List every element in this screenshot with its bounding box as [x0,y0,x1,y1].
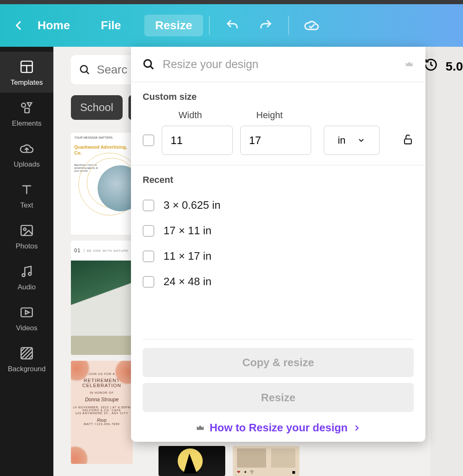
sidebar-item-audio[interactable]: Audio [0,256,53,297]
sidebar-item-label: Background [8,365,46,373]
svg-rect-5 [25,109,30,113]
uploads-icon [19,141,34,156]
resize-panel: Custom size Width Height in Recent 3 × 0… [131,47,425,442]
recent-item[interactable]: 17 × 11 in [143,224,414,237]
recent-item-label: 17 × 11 in [164,224,211,237]
template-thumb-3[interactable]: JOIN US FOR A RETIREMENT CELEBRATION IN … [71,361,133,464]
resize-button[interactable]: Resize [143,383,414,412]
search-placeholder-text: Searc [97,63,127,76]
svg-rect-9 [21,225,33,235]
topbar-divider [209,16,210,35]
copy-and-resize-button[interactable]: Copy & resize [143,348,414,377]
thumb3-where2: 123 ANYWHERE ST., ANY CITY [71,412,133,415]
videos-icon [19,305,34,320]
zoom-value: 5.0 [445,59,463,73]
template-thumb-collage[interactable]: ❤ ✦ ▽ ◼ [233,446,299,476]
thumb3-when: 14 NOVEMBER, 2022 | AT 8:00PM [71,406,133,409]
template-thumb-1[interactable]: YOUR MESSAGE MATTERS. Quarkwood Advertis… [71,133,133,235]
recent-item[interactable]: 11 × 17 in [143,250,414,263]
nav-file[interactable]: File [93,15,129,35]
recent-item[interactable]: 24 × 48 in [143,275,414,288]
svg-point-12 [28,273,31,276]
unit-select[interactable]: in [324,126,380,155]
background-icon [19,346,34,361]
search-icon [142,58,155,71]
sidebar-item-text[interactable]: Text [0,175,53,215]
cloud-sync-icon[interactable] [301,15,322,36]
text-icon [19,182,34,197]
thumb3-where1: SALFORD & CO. CAFE [71,409,133,412]
svg-point-11 [22,274,25,277]
sidebar-item-videos[interactable]: Videos [0,297,53,338]
recent-heading: Recent [143,175,414,185]
aspect-lock-toggle[interactable] [402,134,414,147]
recent-item[interactable]: 3 × 0.625 in [143,199,414,212]
svg-point-23 [144,60,151,67]
svg-point-10 [24,228,26,230]
sidebar-item-photos[interactable]: Photos [0,215,53,256]
sidebar-item-background[interactable]: Background [0,338,53,379]
resize-search-row [131,47,425,82]
category-chips: School [71,95,135,120]
photos-icon [19,223,34,238]
nav-home[interactable]: Home [29,15,78,35]
recent-item-checkbox[interactable] [143,276,154,288]
custom-size-inputs: in [131,126,425,165]
unit-value: in [338,134,346,146]
svg-point-21 [81,66,87,72]
how-to-resize-link[interactable]: How to Resize your design [143,418,414,434]
sidebar-item-elements[interactable]: Elements [0,93,53,134]
thumb3-honor: IN HONOR OF [71,391,133,394]
sidebar-item-uploads[interactable]: Uploads [0,134,53,175]
custom-size-section: Custom size Width Height [131,82,425,126]
audio-icon [19,264,34,279]
panel-footer: Copy & resize Resize How to Resize your … [131,339,425,442]
chevron-down-icon [357,136,365,144]
nav-resize[interactable]: Resize [144,15,203,36]
template-thumb-wolf[interactable] [159,446,225,476]
template-search-input[interactable]: Searc [71,55,138,84]
width-input[interactable] [162,126,233,155]
recent-item-checkbox[interactable] [143,200,154,211]
topbar-divider-2 [288,16,289,35]
resize-search-input[interactable] [163,58,396,71]
sidebar-item-label: Photos [16,242,38,251]
custom-size-heading: Custom size [143,91,414,102]
height-input[interactable] [240,126,311,155]
template-thumbnails: YOUR MESSAGE MATTERS. Quarkwood Advertis… [71,133,133,464]
thumb2-num: 01 [74,248,81,253]
how-to-resize-label: How to Resize your design [210,421,348,434]
redo-button[interactable] [255,15,277,36]
recent-list: 3 × 0.625 in 17 × 11 in 11 × 17 in 24 × … [131,199,425,288]
thumb2-image [71,261,133,336]
sidebar-item-label: Text [20,201,33,210]
nav-resize-label: Resize [155,19,192,32]
history-icon[interactable] [424,58,438,73]
back-chevron-icon[interactable] [13,19,25,32]
template-thumb-2[interactable]: 01 BE ONE WITH NATURE [71,241,133,355]
custom-size-checkbox[interactable] [143,134,154,146]
svg-rect-13 [21,308,33,317]
thumb3-phone: MATT +123-456-7890 [71,423,133,425]
unlock-icon [402,134,414,145]
templates-icon [19,59,34,74]
sidebar-item-label: Elements [12,119,42,128]
recent-item-checkbox[interactable] [143,251,154,262]
lower-template-row: ❤ ✦ ▽ ◼ [159,446,299,476]
undo-button[interactable] [221,15,243,36]
svg-rect-25 [405,139,411,144]
sidebar-item-templates[interactable]: Templates [0,52,53,93]
panel-divider-3 [143,339,414,339]
svg-line-19 [25,352,33,359]
sidebar-item-label: Uploads [14,160,40,169]
recent-item-checkbox[interactable] [143,225,154,237]
svg-point-3 [22,103,26,107]
chip-school[interactable]: School [71,95,123,120]
elements-icon [19,100,34,115]
width-label: Width [179,110,202,121]
thumb3-rsvp: Rsvp [71,418,133,423]
search-icon [78,63,91,76]
thumb3-name: Donna Stroupe [71,397,133,403]
recent-section: Recent [131,165,425,196]
svg-line-17 [21,348,29,355]
